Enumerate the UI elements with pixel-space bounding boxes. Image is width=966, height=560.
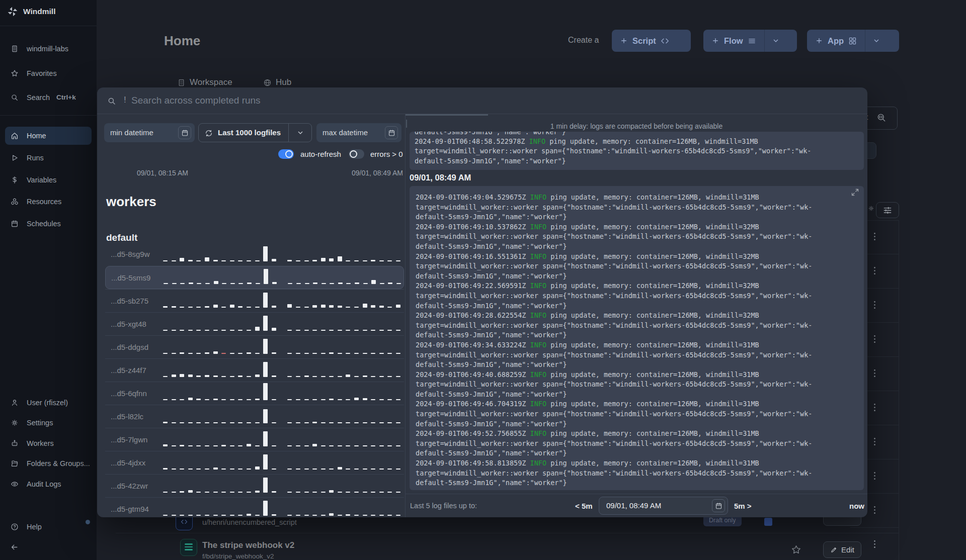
create-flow-dropdown[interactable] xyxy=(764,30,787,52)
runs-search-bar: ! xyxy=(97,87,867,114)
calendar-button[interactable] xyxy=(385,126,398,139)
max-datetime-picker[interactable]: max datetime xyxy=(316,123,401,142)
footer-datetime-picker[interactable]: 09/01, 08:49 AM xyxy=(599,497,728,515)
tab-hub[interactable]: Hub xyxy=(263,77,291,87)
sidebar-item-home[interactable]: Home xyxy=(5,127,92,145)
sidebar-item-variables[interactable]: Variables xyxy=(5,171,92,189)
row-menu-button[interactable] xyxy=(869,436,880,447)
auto-refresh-toggle[interactable] xyxy=(278,149,294,159)
sidebar-item-runs[interactable]: Runs xyxy=(5,149,92,167)
worker-row-d58sg9w[interactable]: ...d5-8sg9w xyxy=(105,243,404,266)
row-menu-button[interactable] xyxy=(869,539,880,549)
logfiles-dropdown[interactable]: Last 1000 logfiles xyxy=(198,123,312,142)
gear-icon xyxy=(868,205,874,212)
calendar-icon xyxy=(388,129,395,137)
dropdown-chevron[interactable] xyxy=(296,129,304,137)
log-line: default-5sms9-Jmn1G","name":"worker"} xyxy=(416,301,858,311)
worker-name: ...d5-xgt48 xyxy=(111,313,146,336)
user-icon xyxy=(11,399,19,407)
worker-row-d54jdxx[interactable]: ...d5-4jdxx xyxy=(105,451,404,474)
sidebar-item-favorites[interactable]: Favorites xyxy=(5,64,92,82)
deploy-mini-icon[interactable] xyxy=(764,518,772,526)
scrollbar-horizontal[interactable] xyxy=(406,114,488,116)
now-button[interactable]: now xyxy=(849,494,864,518)
search-icon xyxy=(107,97,116,106)
star-icon xyxy=(791,544,801,555)
sidebar-item-folders-groups[interactable]: Folders & Groups... xyxy=(5,454,92,473)
sidebar-item-workers[interactable]: Workers xyxy=(5,434,92,452)
sidebar-item-user-rfiszel[interactable]: User (rfiszel) xyxy=(5,394,92,412)
min-datetime-picker[interactable]: min datetime xyxy=(104,123,195,142)
sidebar-item-label: Schedules xyxy=(27,215,61,233)
sidebar-item-schedules[interactable]: Schedules xyxy=(5,215,92,233)
worker-row-d5gtm94[interactable]: ...d5-gtm94 xyxy=(105,497,404,517)
range-end-timestamp: 09/01, 08:49 AM xyxy=(352,169,403,177)
sidebar-item-help[interactable]: Help xyxy=(5,518,92,536)
row-menu-button[interactable] xyxy=(869,334,880,344)
calendar-button[interactable] xyxy=(178,126,191,139)
row-menu-button[interactable] xyxy=(869,402,880,413)
collapse-sidebar-button[interactable] xyxy=(10,543,19,551)
filter-sliders-button[interactable] xyxy=(876,202,899,218)
log-block-current: 2024-09-01T06:49:04.529675Z INFO ping up… xyxy=(410,186,864,490)
sidebar-item-search[interactable]: SearchCtrl+k xyxy=(5,88,92,107)
tab-workspace[interactable]: Workspace xyxy=(177,77,232,87)
worker-row-d55sms9[interactable]: ...d5-5sms9 xyxy=(105,266,404,289)
sidebar-item-settings[interactable]: Settings xyxy=(5,414,92,432)
row-menu-button[interactable] xyxy=(869,471,880,481)
sidebar-item-label: Runs xyxy=(27,149,44,167)
worker-row-d5ddgsd[interactable]: ...d5-ddgsd xyxy=(105,335,404,358)
forward-5m-button[interactable]: 5m > xyxy=(734,494,752,518)
back-5m-button[interactable]: < 5m xyxy=(575,494,593,518)
brand-title: Windmill xyxy=(23,7,55,16)
row-menu-button[interactable] xyxy=(869,300,880,310)
sidebar-item-resources[interactable]: Resources xyxy=(5,193,92,211)
sidebar-item-audit-logs[interactable]: Audit Logs xyxy=(5,475,92,493)
expand-icon[interactable] xyxy=(851,188,859,197)
completed-runs-search-input[interactable] xyxy=(131,87,584,114)
row-menu-button[interactable] xyxy=(869,368,880,379)
flow-icon xyxy=(180,539,197,556)
sidebar-item-label: windmill-labs xyxy=(27,40,68,58)
search-icon xyxy=(11,94,19,102)
sidebar-item-windmill-labs[interactable]: windmill-labs xyxy=(5,40,92,58)
worker-row-d542zwr[interactable]: ...d5-42zwr xyxy=(105,474,404,497)
sidebar-item-label: Settings xyxy=(27,414,53,432)
bg-gear-mini-icon[interactable] xyxy=(868,205,874,212)
row-menu-button[interactable] xyxy=(869,265,880,276)
log-line: default-5sms9-Jmn1G","name":"worker"} xyxy=(416,271,858,282)
row-menu-button[interactable] xyxy=(869,231,880,242)
edit-button[interactable]: Edit xyxy=(823,541,861,558)
search-prefix: ! xyxy=(124,95,126,105)
worker-row-d5z44f7[interactable]: ...d5-z44f7 xyxy=(105,358,404,382)
log-line: target=windmill_worker::worker span={"ho… xyxy=(415,146,859,156)
worker-row-d56qfnn[interactable]: ...d5-6qfnn xyxy=(105,382,404,405)
worker-row-d5sb275[interactable]: ...d5-sb275 xyxy=(105,289,404,312)
create-app-dropdown[interactable] xyxy=(865,30,888,52)
worker-row-d5xgt48[interactable]: ...d5-xgt48 xyxy=(105,312,404,335)
bot-icon xyxy=(11,439,19,447)
log-line: 2024-09-01T06:49:58.813859Z INFO ping up… xyxy=(416,458,858,469)
gear-icon xyxy=(11,419,19,427)
worker-name: ...d5-l82lc xyxy=(111,405,143,428)
row-menu-button[interactable] xyxy=(869,505,880,515)
windmill-logo[interactable] xyxy=(7,6,18,17)
errors-toggle[interactable] xyxy=(349,149,364,159)
calendar-button[interactable] xyxy=(712,499,725,512)
log-line: default-5sms9-Jmn1G","name":"worker"} xyxy=(416,242,858,252)
worker-row-d5l82lc[interactable]: ...d5-l82lc xyxy=(105,405,404,428)
help-icon xyxy=(11,523,19,531)
errors-label: errors > 0 xyxy=(370,149,403,159)
create-flow-button[interactable]: Flow xyxy=(703,30,797,52)
worker-activity-sparkline xyxy=(163,427,403,446)
search-code-icon xyxy=(876,113,887,123)
worker-row-d57lgwn[interactable]: ...d5-7lgwn xyxy=(105,428,404,451)
worker-activity-sparkline xyxy=(164,265,403,284)
bg-table-right-edge xyxy=(899,220,899,560)
create-app-button[interactable]: App xyxy=(807,30,899,52)
sidebar-divider xyxy=(0,115,97,116)
favorite-star-icon[interactable] xyxy=(791,544,801,555)
dollar-icon xyxy=(11,176,19,184)
create-script-button[interactable]: Script xyxy=(612,30,691,52)
worker-name: ...d5-7lgwn xyxy=(111,428,147,451)
